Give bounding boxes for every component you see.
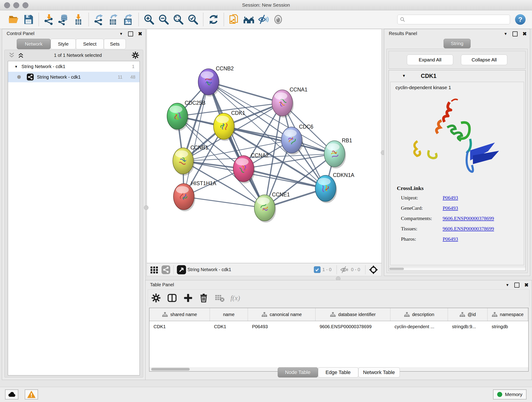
column-header-name[interactable]: name — [210, 308, 248, 321]
collapse-panel-icon[interactable]: ▼ — [504, 32, 507, 36]
float-panel-icon[interactable] — [513, 32, 518, 36]
network-node-RB1[interactable] — [324, 141, 346, 168]
show-all-icon[interactable] — [272, 13, 284, 26]
network-node-CCNE1[interactable] — [254, 195, 276, 223]
help-icon[interactable]: ? — [515, 14, 526, 25]
column-header-description[interactable]: description — [390, 308, 448, 321]
import-network-from-database-icon[interactable] — [57, 13, 70, 26]
zoom-in-icon[interactable] — [143, 13, 155, 26]
table-row[interactable]: CDK1CDK1P064939606.ENSP00000378699cyclin… — [149, 321, 528, 332]
network-node-CDK1[interactable] — [214, 113, 235, 141]
tab-edge-table[interactable]: Edge Table — [318, 367, 358, 377]
column-header-shared-name[interactable]: shared name — [149, 308, 210, 321]
application-window: Session: New Session — [0, 0, 532, 402]
warnings-button[interactable] — [25, 389, 38, 400]
delete-column-trash-icon[interactable] — [199, 293, 209, 303]
network-node-HIST1H1A[interactable] — [173, 184, 195, 211]
node-label-CCNA2: CCNA2 — [251, 153, 269, 158]
network-collection-row[interactable]: ▼ String Network - cdk1 1 — [8, 61, 139, 72]
network-node-CCNB2[interactable] — [198, 69, 220, 96]
first-neighbors-icon[interactable] — [243, 13, 255, 26]
grid-view-icon[interactable] — [150, 266, 158, 274]
birds-eye-view-icon[interactable] — [177, 265, 186, 274]
network-row[interactable]: String Network - cdk1 11 48 — [8, 72, 139, 82]
hide-selected-icon[interactable] — [257, 13, 270, 26]
save-session-icon[interactable] — [22, 13, 35, 26]
crosslink-link[interactable]: 9606.ENSP00000378699 — [443, 226, 494, 236]
cloud-icon — [7, 391, 16, 398]
close-panel-icon[interactable]: ✖ — [523, 31, 527, 37]
zoom-selected-icon[interactable] — [187, 13, 199, 26]
node-label-CCNB2: CCNB2 — [216, 65, 234, 71]
tab-network-table[interactable]: Network Table — [358, 367, 400, 377]
table-cell[interactable]: stringdb:9... — [448, 321, 488, 332]
zoom-fit-content-icon[interactable] — [172, 13, 184, 26]
network-node-CCNA1[interactable] — [272, 90, 294, 118]
network-view-mode-icon[interactable] — [162, 265, 170, 274]
expand-all-button[interactable]: Expand All — [407, 55, 453, 65]
collection-expander-icon[interactable]: ▼ — [14, 65, 18, 69]
crosslink-link[interactable]: 9606.ENSP00000378699 — [443, 216, 494, 226]
tab-sets[interactable]: Sets — [104, 39, 126, 49]
collapse-all-networks-icon[interactable] — [8, 52, 15, 59]
warning-icon — [27, 391, 36, 398]
column-header-database-identifier[interactable]: database identifier — [316, 308, 390, 321]
export-network-icon[interactable] — [93, 13, 105, 26]
column-header-canonical-name[interactable]: canonical name — [248, 308, 316, 321]
table-cell[interactable]: CDK1 — [210, 321, 248, 332]
network-edge-CCNB2-CCNE1[interactable] — [209, 82, 265, 208]
open-session-icon[interactable] — [7, 13, 20, 26]
close-panel-icon[interactable]: ✖ — [525, 282, 529, 288]
table-cell[interactable]: stringdb — [488, 321, 528, 332]
close-panel-icon[interactable]: ✖ — [138, 31, 142, 37]
tab-network[interactable]: Network — [17, 39, 51, 49]
collapse-all-button[interactable]: Collapse All — [461, 55, 507, 65]
import-table-from-file-icon[interactable] — [72, 13, 85, 26]
fit-selected-crosshair-icon[interactable] — [369, 265, 378, 274]
network-type-icon — [27, 74, 34, 80]
float-panel-icon[interactable] — [514, 283, 519, 288]
table-cell[interactable]: 9606.ENSP00000378699 — [316, 321, 390, 332]
show-columns-icon[interactable] — [167, 293, 177, 303]
network-node-CDC6[interactable] — [281, 127, 303, 155]
selected-checkbox-icon[interactable] — [314, 266, 321, 273]
expand-all-networks-icon[interactable] — [17, 52, 24, 59]
tab-string[interactable]: String — [443, 39, 471, 48]
crosslink-link[interactable]: P06493 — [443, 236, 458, 246]
table-cell[interactable]: CDK1 — [149, 321, 210, 332]
table-cell[interactable]: P06493 — [248, 321, 316, 332]
export-table-icon[interactable] — [108, 13, 120, 26]
network-options-gear-icon[interactable] — [132, 51, 139, 59]
network-node-CCNB1[interactable] — [173, 148, 195, 176]
network-node-CDKN1A[interactable] — [315, 175, 337, 203]
network-from-selection-icon[interactable] — [228, 13, 240, 26]
control-splitter-grip[interactable] — [144, 205, 148, 210]
tab-node-table[interactable]: Node Table — [278, 367, 318, 377]
tab-style[interactable]: Style — [51, 39, 76, 49]
table-options-gear-icon[interactable] — [151, 293, 161, 303]
column-header-namespace[interactable]: namespace — [488, 308, 528, 321]
network-edge-HIST1H1A-CCNE1[interactable] — [184, 197, 265, 208]
export-image-icon[interactable] — [122, 13, 134, 26]
table-cell[interactable]: cyclin-dependent ... — [390, 321, 448, 332]
column-header--id[interactable]: @id — [448, 308, 488, 321]
collapse-panel-icon[interactable]: ▼ — [506, 283, 509, 287]
create-column-icon[interactable] — [183, 293, 193, 303]
collapse-panel-icon[interactable]: ▼ — [119, 32, 123, 36]
search-field[interactable] — [397, 15, 510, 24]
zoom-out-icon[interactable] — [157, 13, 170, 26]
memory-button[interactable]: Memory — [493, 389, 526, 400]
float-panel-icon[interactable] — [128, 32, 133, 36]
gene-expander-icon[interactable]: ▼ — [402, 74, 406, 78]
network-canvas[interactable]: CCNB2CCNA1CDC25BCDK1CDC6RB1CCNB1CCNA2CDK… — [147, 29, 382, 263]
network-node-CCNA2[interactable] — [233, 156, 255, 183]
network-edge-CCNB2-HIST1H1A[interactable] — [184, 82, 209, 197]
cloud-status-button[interactable] — [5, 389, 18, 400]
results-scrollbar[interactable] — [389, 267, 525, 271]
apply-preferred-layout-icon[interactable] — [207, 13, 220, 26]
search-input[interactable] — [405, 17, 507, 22]
crosslink-link[interactable]: P06493 — [443, 205, 458, 216]
tab-select[interactable]: Select — [76, 39, 104, 49]
import-network-from-file-icon[interactable] — [43, 13, 55, 26]
crosslink-link[interactable]: P06493 — [443, 195, 458, 205]
